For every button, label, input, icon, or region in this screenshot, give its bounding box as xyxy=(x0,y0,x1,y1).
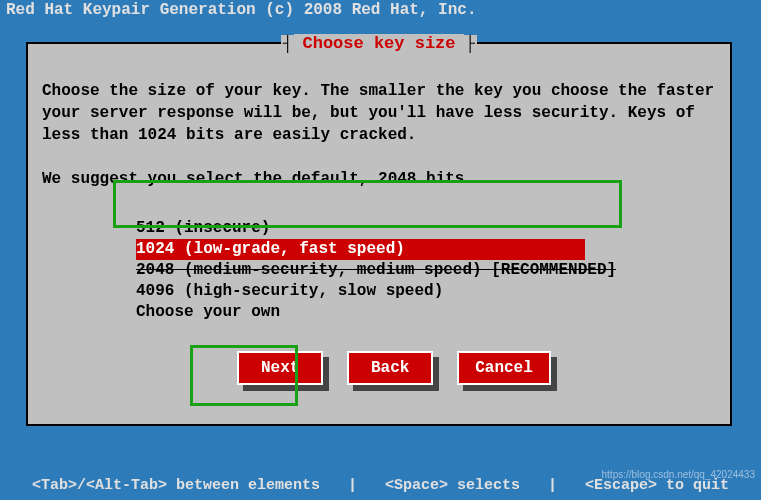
option-4096[interactable]: 4096 (high-security, slow speed) xyxy=(136,281,443,302)
button-row: Next Back Cancel xyxy=(42,351,716,385)
body-text-line2: your server response will be, but you'll… xyxy=(42,102,716,124)
next-button[interactable]: Next xyxy=(237,351,323,385)
dialog-body: Choose the size of your key. The smaller… xyxy=(28,44,730,395)
dialog-choose-key-size: ┤ Choose key size ├ Choose the size of y… xyxy=(26,42,732,426)
body-text-line3: less than 1024 bits are easily cracked. xyxy=(42,124,716,146)
app-title: Red Hat Keypair Generation (c) 2008 Red … xyxy=(0,0,761,20)
option-512[interactable]: 512 (insecure) xyxy=(136,218,270,239)
cancel-button-wrap: Cancel xyxy=(457,351,551,385)
back-button[interactable]: Back xyxy=(347,351,433,385)
key-size-options[interactable]: 512 (insecure) 1024 (low-grade, fast spe… xyxy=(136,218,716,323)
title-bracket-left: ┤ xyxy=(281,35,295,53)
watermark: https://blog.csdn.net/qq_42024433 xyxy=(602,469,755,480)
option-1024[interactable]: 1024 (low-grade, fast speed) xyxy=(136,239,585,260)
cancel-button[interactable]: Cancel xyxy=(457,351,551,385)
dialog-title-bar: ┤ Choose key size ├ xyxy=(28,34,730,53)
body-text-line4: We suggest you select the default, 2048 … xyxy=(42,168,716,190)
dialog-title-label: Choose key size xyxy=(294,34,463,53)
hint-sep2: | xyxy=(548,477,557,494)
hint-space: <Space> selects xyxy=(385,477,520,494)
hint-sep1: | xyxy=(348,477,357,494)
body-text-line1: Choose the size of your key. The smaller… xyxy=(42,80,716,102)
next-button-wrap: Next xyxy=(237,351,323,385)
option-2048[interactable]: 2048 (medium-security, medium speed) [RE… xyxy=(136,260,616,281)
option-custom[interactable]: Choose your own xyxy=(136,302,280,323)
title-bracket-right: ├ xyxy=(464,35,478,53)
back-button-wrap: Back xyxy=(347,351,433,385)
hint-tab: <Tab>/<Alt-Tab> between elements xyxy=(32,477,320,494)
